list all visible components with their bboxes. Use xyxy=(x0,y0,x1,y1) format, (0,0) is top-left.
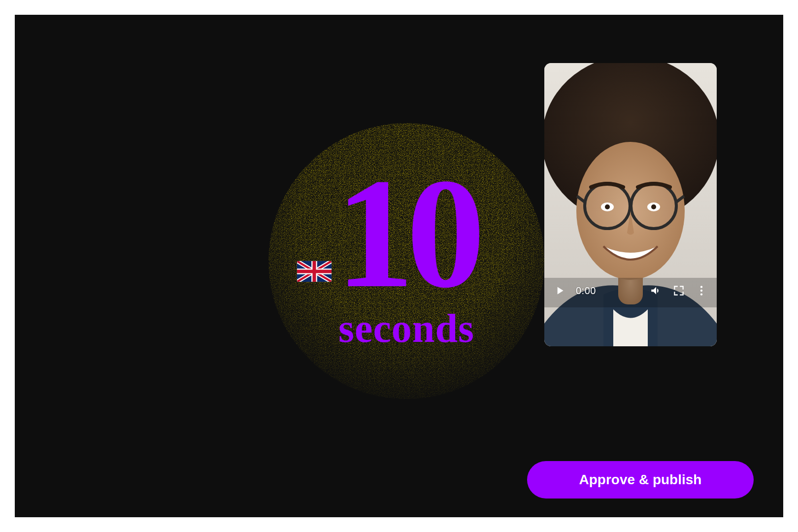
svg-point-23 xyxy=(651,204,656,209)
video-frame-placeholder xyxy=(544,63,717,346)
play-icon[interactable] xyxy=(553,284,566,297)
uk-flag-icon xyxy=(297,261,332,282)
fullscreen-icon[interactable] xyxy=(672,284,685,297)
video-preview[interactable]: 0:00 xyxy=(544,63,717,346)
video-current-time: 0:00 xyxy=(576,285,596,297)
volume-icon[interactable] xyxy=(650,284,663,297)
artwork-subtitle: seconds xyxy=(268,305,544,352)
svg-point-21 xyxy=(605,204,610,209)
artwork-number: 10 xyxy=(268,154,544,312)
title-artwork: 10 seconds xyxy=(268,123,544,399)
video-controls: 0:00 xyxy=(544,279,717,302)
svg-point-25 xyxy=(700,286,702,288)
svg-point-27 xyxy=(700,293,702,295)
approve-publish-button[interactable]: Approve & publish xyxy=(527,461,754,499)
editor-stage: 10 seconds xyxy=(15,15,783,517)
svg-point-26 xyxy=(700,290,702,292)
more-icon[interactable] xyxy=(695,284,708,297)
